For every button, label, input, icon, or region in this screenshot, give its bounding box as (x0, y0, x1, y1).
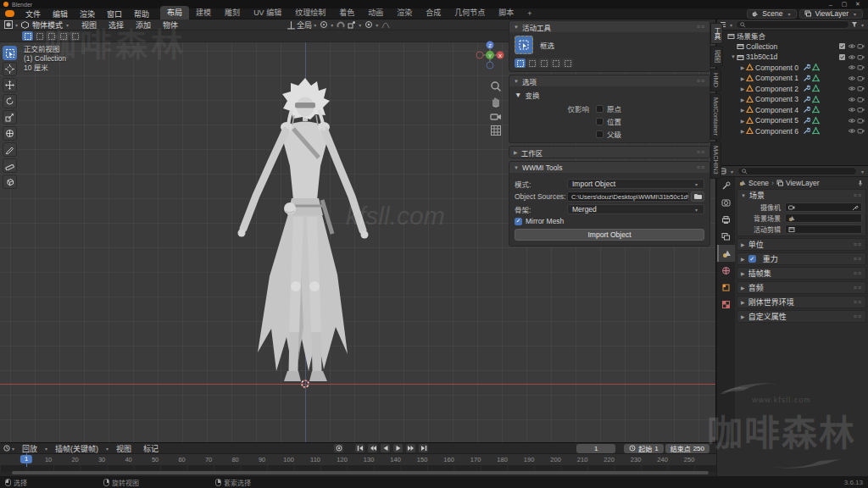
eye-toggle-icon[interactable] (848, 96, 856, 103)
affect-checkbox-1[interactable] (596, 118, 604, 125)
viewport-menu-2[interactable]: 添加 (130, 19, 157, 30)
auto-key-button[interactable] (334, 444, 343, 452)
pan-hand-icon[interactable] (490, 96, 502, 108)
pin-icon[interactable] (857, 180, 864, 186)
sidebar-tab-MACHIN3[interactable]: MACHIN3 (710, 141, 721, 179)
outliner-row-Component 6[interactable]: ▶Component 6 (717, 126, 868, 137)
blender-menu-icon[interactable] (5, 10, 14, 17)
timeline-scrollbar[interactable] (12, 471, 709, 474)
folder-browse-button[interactable] (691, 191, 704, 202)
filter-icon[interactable] (851, 21, 858, 28)
outliner-row-Component 1[interactable]: ▶Component 1 (717, 73, 868, 84)
camera-toggle-icon[interactable] (857, 85, 865, 92)
close-button[interactable]: ✕ (851, 1, 865, 8)
wwmi-header[interactable]: ▼WWMI Tools≡≡ (509, 162, 709, 173)
workspace-tab-11[interactable]: + (520, 8, 538, 19)
properties-tab-viewlayer[interactable] (717, 228, 735, 245)
prop-field-1[interactable] (785, 214, 862, 223)
select-mode-3[interactable] (58, 31, 69, 41)
affect-row-2[interactable]: 父级 (596, 129, 621, 139)
properties-tab-output[interactable] (717, 211, 735, 228)
falloff-icon[interactable] (381, 20, 390, 30)
camera-toggle-icon[interactable] (857, 42, 865, 50)
frame-end-field[interactable]: 结束点250 (665, 444, 709, 453)
camera-toggle-icon[interactable] (857, 117, 865, 125)
timeline-editor-icon[interactable] (3, 445, 10, 452)
box-select-tool-icon[interactable] (515, 36, 533, 54)
active-tool-header[interactable]: ▼活动工具≡≡ (509, 21, 709, 32)
outliner-row-Component 5[interactable]: ▶Component 5 (717, 115, 868, 126)
jump-to-start-button[interactable] (355, 444, 364, 452)
workspace-tab-7[interactable]: 渲染 (390, 6, 419, 19)
exclude-toggle-icon[interactable] (838, 42, 847, 50)
options-header[interactable]: ▼选项≡≡ (509, 75, 709, 86)
current-frame-field[interactable]: 1 (576, 444, 615, 453)
rotate-tool[interactable] (3, 94, 17, 108)
sidebar-tab-MatContainer[interactable]: MatContainer (710, 93, 721, 140)
viewlayer-selector[interactable]: ViewLayer ▾ (799, 9, 863, 19)
transform-orientation[interactable]: 全局▾ (286, 19, 318, 30)
timeline-menu-3[interactable]: 标记 (137, 443, 164, 454)
jump-to-end-button[interactable] (419, 444, 428, 452)
playhead[interactable]: 1 (20, 455, 32, 463)
crumb-viewlayer[interactable]: ViewLayer (786, 179, 820, 187)
prop-field-2[interactable] (785, 225, 862, 234)
expand-icon[interactable]: ▶ (739, 64, 746, 70)
camera-toggle-icon[interactable] (857, 106, 865, 114)
expand-icon[interactable]: ▶ (739, 128, 746, 134)
move-tool[interactable] (3, 78, 17, 92)
workspace-tab-3[interactable]: UV 编辑 (247, 6, 288, 19)
affect-checkbox-0[interactable] (596, 105, 604, 113)
next-keyframe-button[interactable] (406, 444, 415, 452)
expand-icon[interactable]: ▶ (739, 97, 746, 103)
sidebar-tab-HMD[interactable]: HMD (710, 69, 721, 92)
sidebar-select-mode-0[interactable] (515, 58, 526, 68)
mode-selector[interactable]: 物体模式 (32, 19, 63, 30)
prev-keyframe-button[interactable] (368, 444, 377, 452)
camera-toggle-icon[interactable] (857, 96, 865, 103)
menu-0[interactable]: 文件 (19, 8, 47, 19)
eye-toggle-icon[interactable] (848, 106, 856, 114)
expand-icon[interactable]: ▼ (730, 54, 737, 59)
camera-toggle-icon[interactable] (857, 53, 865, 61)
workspace-tab-4[interactable]: 纹理绘制 (288, 6, 332, 19)
prop-field-0[interactable] (785, 202, 862, 212)
camera-toggle-icon[interactable] (857, 75, 865, 82)
eyedropper-icon[interactable] (852, 204, 859, 211)
wwmi-mode-select[interactable]: Import Object▾ (567, 179, 704, 189)
timeline-menu-2[interactable]: 视图 (110, 443, 137, 454)
sidebar-select-mode-3[interactable] (550, 58, 561, 68)
scene-section-header[interactable]: ▼场景≡≡ (737, 190, 865, 201)
workspace-tab-2[interactable]: 雕刻 (218, 6, 247, 19)
eye-toggle-icon[interactable] (848, 75, 856, 82)
expand-icon[interactable]: ▶ (739, 118, 746, 124)
character-model[interactable] (203, 73, 407, 388)
affect-row-0[interactable]: 原点 (596, 103, 621, 114)
select-mode-4[interactable] (70, 31, 81, 41)
play-reverse-button[interactable] (381, 444, 390, 452)
expand-icon[interactable]: ▶ (739, 86, 746, 92)
mirror-mesh-checkbox[interactable]: ✓ (515, 218, 522, 225)
properties-tab-object[interactable] (717, 279, 735, 296)
properties-tab-scene[interactable] (717, 245, 735, 262)
section-header-音频[interactable]: ▶音频≡≡ (737, 282, 865, 293)
snap-target-icon[interactable] (347, 20, 356, 30)
workspace-tab-0[interactable]: 布局 (160, 6, 189, 19)
workspace-tab-6[interactable]: 动画 (361, 6, 390, 19)
pivot-point-icon[interactable] (319, 20, 328, 30)
timeline-ruler[interactable]: 1 10203040506070809010011012013014015016… (0, 454, 716, 465)
section-header-插帧集[interactable]: ▶插帧集≡≡ (737, 268, 865, 279)
properties-tab-texture[interactable] (717, 296, 735, 313)
sidebar-select-mode-4[interactable] (562, 58, 573, 68)
viewport-menu-3[interactable]: 物体 (157, 19, 184, 30)
properties-search-input[interactable] (737, 167, 857, 175)
scene-selector[interactable]: Scene ▾ (747, 9, 797, 19)
eye-toggle-icon[interactable] (848, 117, 856, 125)
section-header-单位[interactable]: ▶单位≡≡ (737, 239, 865, 250)
outliner-row-31b50c1d[interactable]: ▼31b50c1d (717, 52, 868, 63)
exclude-toggle-icon[interactable] (838, 53, 847, 61)
timeline-menu-1[interactable]: 插帧(关键帧)▾ (49, 443, 110, 454)
navigation-gizmo[interactable]: Z X Y (473, 38, 507, 72)
select-mode-2[interactable] (46, 31, 57, 41)
workspace-header[interactable]: ▶工作区≡≡ (509, 147, 709, 158)
